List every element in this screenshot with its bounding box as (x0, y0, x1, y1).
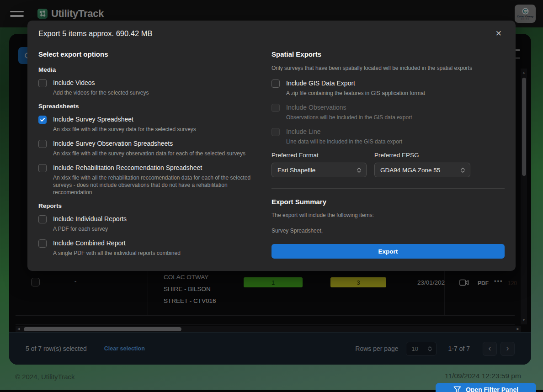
option-label: Include Individual Reports (53, 215, 127, 223)
group-spreadsheets: Spreadsheets Include Survey SpreadsheetA… (38, 103, 252, 196)
preferred-format-label: Preferred Format (272, 152, 367, 159)
option-description: A zip file containing the features in GI… (286, 90, 425, 97)
group-label-spreadsheets: Spreadsheets (38, 103, 252, 110)
export-option: Include ObservationsObservations will be… (272, 103, 505, 121)
option-description: Observations will be included in the GIS… (286, 114, 412, 121)
checkbox[interactable] (38, 215, 47, 223)
checkbox-checked[interactable] (38, 116, 47, 124)
checkbox[interactable] (38, 140, 47, 148)
checkbox[interactable] (38, 164, 47, 172)
checkbox[interactable] (38, 239, 47, 248)
export-dialog-title: Export 5 items approx. 690.42 MB (38, 29, 152, 38)
checkbox[interactable] (272, 79, 280, 88)
filter-button-label: Open Filter Panel (466, 386, 518, 392)
group-label-reports: Reports (38, 202, 252, 209)
export-summary-intro: The export will include the following it… (272, 212, 505, 218)
chevron-updown-icon (460, 167, 465, 173)
spatial-exports-heading: Spatial Exports (272, 50, 505, 58)
export-summary-items: Survey Spreadsheet, (272, 228, 505, 234)
option-description: A PDF for each survey (53, 225, 127, 233)
export-option: Include Rehabilitation Reccomendation Sp… (38, 164, 252, 196)
export-dialog: Export 5 items approx. 690.42 MB ✕ Selec… (27, 21, 516, 271)
option-label: Include Survey Spreadsheet (53, 115, 196, 123)
checkbox (272, 128, 280, 136)
export-option: Include GIS Data ExportA zip file contai… (272, 79, 505, 97)
export-button[interactable]: Export (272, 244, 505, 259)
export-option: Include Survey SpreadsheetAn xlsx file w… (38, 115, 252, 133)
option-label: Include Rehabilitation Reccomendation Sp… (53, 164, 252, 172)
close-icon[interactable]: ✕ (493, 28, 505, 39)
export-option: Include Combined ReportA single PDF with… (38, 239, 252, 257)
option-description: An xlsx file with all the survey data fo… (53, 126, 196, 133)
preferred-format-value: Esri Shapefile (277, 167, 357, 174)
spatial-exports-intro: Only surveys that have been spatially lo… (272, 64, 505, 72)
chevron-updown-icon (357, 167, 362, 173)
preferred-epsg-label: Preferred EPSG (374, 152, 470, 159)
export-option: Include LineLine data will be included i… (272, 127, 505, 145)
group-label-media: Media (38, 66, 252, 73)
option-label: Include Survey Observation Spreadsheets (53, 139, 245, 148)
filter-funnel-icon (453, 386, 461, 392)
option-label: Include Combined Report (53, 239, 181, 247)
export-option: Include VideosAdd the videos for the sel… (38, 79, 252, 96)
option-label: Include Line (286, 127, 402, 136)
export-summary-heading: Export Summary (272, 198, 505, 206)
option-label: Include Observations (286, 103, 412, 111)
option-description: A single PDF with all the individual rep… (53, 249, 181, 257)
group-media: Media Include VideosAdd the videos for t… (38, 66, 252, 96)
preferred-epsg-select[interactable]: GDA94 MGA Zone 55 (374, 163, 470, 177)
export-options-heading: Select export options (38, 50, 252, 58)
option-description: Line data will be included in the GIS da… (286, 138, 402, 145)
checkbox (272, 104, 280, 112)
section-divider (272, 188, 505, 189)
checkbox[interactable] (38, 79, 47, 87)
preferred-format-select[interactable]: Esri Shapefile (272, 163, 367, 177)
export-option: Include Survey Observation SpreadsheetsA… (38, 139, 252, 157)
open-filter-panel-button[interactable]: Open Filter Panel (436, 383, 536, 392)
export-option: Include Individual ReportsA PDF for each… (38, 215, 252, 233)
option-description: An xlsx file with all the rehabilitation… (53, 174, 252, 196)
option-label: Include GIS Data Export (286, 79, 425, 87)
option-description: An xlsx file with all the survey observa… (53, 150, 245, 157)
group-reports: Reports Include Individual ReportsA PDF … (38, 202, 252, 257)
option-description: Add the videos for the selected surveys (53, 89, 149, 96)
option-label: Include Videos (53, 79, 149, 87)
preferred-epsg-value: GDA94 MGA Zone 55 (380, 167, 460, 174)
